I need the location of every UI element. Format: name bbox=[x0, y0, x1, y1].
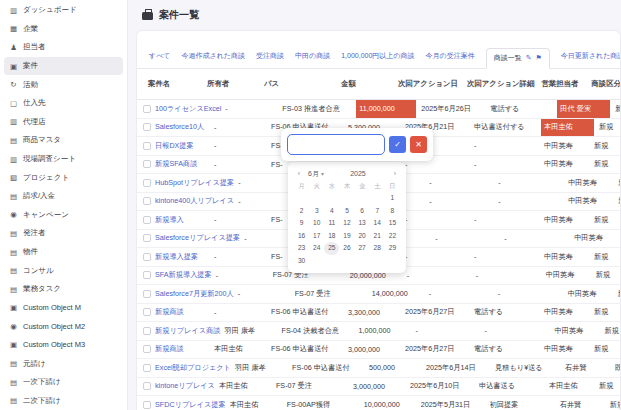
calendar-day[interactable]: 1 bbox=[385, 192, 400, 205]
tab-今週作成された商談[interactable]: 今週作成された商談 bbox=[182, 51, 246, 61]
calendar-day[interactable]: 24 bbox=[309, 242, 324, 255]
deal-name-link[interactable]: 新規導入 bbox=[155, 215, 184, 225]
calendar-day[interactable]: 30 bbox=[294, 255, 309, 268]
calendar-day[interactable]: 10 bbox=[309, 217, 324, 230]
calendar-day[interactable]: 25 bbox=[324, 242, 339, 255]
calendar-day[interactable]: 7 bbox=[370, 205, 385, 218]
deal-name-link[interactable]: Salesforceリプレイス提案 bbox=[155, 233, 240, 243]
deal-name-link[interactable]: Salesforce7月更新200人 bbox=[155, 289, 234, 299]
pencil-icon[interactable]: ✎ bbox=[526, 54, 532, 62]
row-checkbox[interactable] bbox=[143, 105, 151, 113]
row-checkbox[interactable] bbox=[143, 327, 151, 335]
sidebar-item-物件[interactable]: ▤物件 bbox=[4, 243, 123, 262]
calendar-day[interactable]: 19 bbox=[339, 230, 354, 243]
calendar-day[interactable]: 15 bbox=[385, 217, 400, 230]
row-checkbox[interactable] bbox=[143, 290, 151, 298]
date-input[interactable] bbox=[287, 134, 385, 155]
row-checkbox[interactable] bbox=[143, 160, 151, 168]
sidebar-item-Custom Object M[interactable]: ▣Custom Object M bbox=[4, 299, 123, 318]
row-checkbox[interactable] bbox=[143, 345, 151, 353]
tab-1,000,000円以上の商談[interactable]: 1,000,000円以上の商談 bbox=[341, 51, 414, 61]
calendar-day[interactable]: 2 bbox=[294, 205, 309, 218]
tab-active-商談一覧[interactable]: 商談一覧✎⚑ bbox=[486, 48, 550, 69]
calendar-day[interactable]: 29 bbox=[385, 242, 400, 255]
sidebar-item-二次下請け[interactable]: ▤二次下請け bbox=[4, 391, 123, 410]
sidebar-item-代理店[interactable]: ▥代理店 bbox=[4, 113, 123, 132]
deal-name-link[interactable]: 新規商談 bbox=[155, 344, 184, 354]
calendar-day[interactable]: 8 bbox=[385, 205, 400, 218]
prev-month-icon[interactable]: ‹ bbox=[294, 170, 304, 177]
calendar-day[interactable]: 13 bbox=[355, 217, 370, 230]
sidebar-item-企業[interactable]: ▦企業 bbox=[4, 20, 123, 39]
sidebar-item-キャンペーン[interactable]: ◉キャンペーン bbox=[4, 206, 123, 225]
calendar-day[interactable]: 11 bbox=[324, 217, 339, 230]
sidebar-item-プロジェクト[interactable]: ▧プロジェクト bbox=[4, 168, 123, 187]
cancel-button[interactable]: ✕ bbox=[410, 136, 427, 153]
deal-name-link[interactable]: 新規SFA商談 bbox=[155, 159, 197, 169]
deal-name-link[interactable]: 日報DX提案 bbox=[155, 141, 194, 151]
next-month-icon[interactable]: › bbox=[390, 170, 400, 177]
sidebar-item-発注者[interactable]: ▤発注者 bbox=[4, 224, 123, 243]
deal-name-link[interactable]: 新規導入提案 bbox=[155, 252, 198, 262]
calendar-day[interactable]: 27 bbox=[355, 242, 370, 255]
sidebar-item-コンサル[interactable]: ▤コンサル bbox=[4, 261, 123, 280]
pin-icon[interactable]: ⚑ bbox=[536, 54, 542, 62]
calendar-day[interactable]: 18 bbox=[324, 230, 339, 243]
chevron-down-icon[interactable]: ▾ bbox=[321, 170, 324, 177]
sidebar-item-仕入先[interactable]: ▢仕入先 bbox=[4, 94, 123, 113]
confirm-button[interactable]: ✓ bbox=[389, 136, 406, 153]
tab-受注商談[interactable]: 受注商談 bbox=[256, 51, 284, 61]
calendar-day[interactable]: 21 bbox=[370, 230, 385, 243]
sidebar-item-現場調査シート[interactable]: ▥現場調査シート bbox=[4, 150, 123, 169]
tab-中田の商談[interactable]: 中田の商談 bbox=[295, 51, 330, 61]
deal-name-link[interactable]: kintoneリプレイス bbox=[155, 381, 215, 391]
tab-今日更新された商談[interactable]: 今日更新された商談 bbox=[561, 51, 621, 61]
row-checkbox[interactable] bbox=[143, 234, 151, 242]
deal-name-link[interactable]: 100ライセンスExcel bbox=[155, 104, 221, 114]
sidebar-item-請求/入金[interactable]: ▤請求/入金 bbox=[4, 187, 123, 206]
deal-name-link[interactable]: Salesforce10人 bbox=[155, 122, 204, 132]
sidebar-item-商品マスタ[interactable]: ▤商品マスタ bbox=[4, 131, 123, 150]
calendar-day[interactable]: 14 bbox=[370, 217, 385, 230]
row-checkbox[interactable] bbox=[143, 142, 151, 150]
month-select[interactable]: 6月 bbox=[308, 169, 319, 179]
calendar-day[interactable]: 12 bbox=[339, 217, 354, 230]
row-checkbox[interactable] bbox=[143, 179, 151, 187]
row-checkbox[interactable] bbox=[143, 401, 151, 409]
row-checkbox[interactable] bbox=[143, 308, 151, 316]
calendar-day[interactable]: 23 bbox=[294, 242, 309, 255]
deal-name-link[interactable]: SFA新規導入提案 bbox=[155, 270, 212, 280]
sidebar-item-元請け[interactable]: ▤元請け bbox=[4, 354, 123, 373]
calendar-day[interactable]: 4 bbox=[324, 205, 339, 218]
calendar-day[interactable]: 5 bbox=[339, 205, 354, 218]
calendar-day[interactable]: 6 bbox=[355, 205, 370, 218]
calendar-day[interactable]: 20 bbox=[355, 230, 370, 243]
row-checkbox[interactable] bbox=[143, 123, 151, 131]
deal-name-link[interactable]: SFDCリプレイス提案 bbox=[155, 400, 226, 410]
calendar-day[interactable]: 26 bbox=[339, 242, 354, 255]
sidebar-item-Custom Object M3[interactable]: ▣Custom Object M3 bbox=[4, 336, 123, 355]
row-checkbox[interactable] bbox=[143, 382, 151, 390]
sidebar-item-担当者[interactable]: ♟担当者 bbox=[4, 38, 123, 57]
tab-すべて[interactable]: すべて bbox=[149, 51, 171, 61]
sidebar-item-活動[interactable]: ↻活動 bbox=[4, 75, 123, 94]
calendar-day[interactable]: 3 bbox=[309, 205, 324, 218]
calendar-day[interactable]: 9 bbox=[294, 217, 309, 230]
year-select[interactable]: 2025 bbox=[326, 170, 390, 177]
deal-name-link[interactable]: kintone400人リプレイス bbox=[155, 196, 234, 206]
deal-name-link[interactable]: HubSpotリプレイス提案 bbox=[155, 178, 234, 188]
calendar-day[interactable]: 16 bbox=[294, 230, 309, 243]
row-checkbox[interactable] bbox=[143, 253, 151, 261]
sidebar-item-ダッシュボード[interactable]: ▥ダッシュボード bbox=[4, 1, 123, 20]
row-checkbox[interactable] bbox=[143, 271, 151, 279]
calendar-day[interactable]: 28 bbox=[370, 242, 385, 255]
row-checkbox[interactable] bbox=[143, 216, 151, 224]
row-checkbox[interactable] bbox=[143, 197, 151, 205]
deal-name-link[interactable]: 新規リプレイス商談 bbox=[155, 326, 221, 336]
row-checkbox[interactable] bbox=[143, 364, 151, 372]
sidebar-item-案件[interactable]: ▣案件 bbox=[4, 57, 123, 76]
calendar-day[interactable]: 17 bbox=[309, 230, 324, 243]
calendar-day[interactable]: 22 bbox=[385, 230, 400, 243]
sidebar-item-業務タスク[interactable]: ▤業務タスク bbox=[4, 280, 123, 299]
sidebar-item-Custom Object M2[interactable]: ◉Custom Object M2 bbox=[4, 317, 123, 336]
